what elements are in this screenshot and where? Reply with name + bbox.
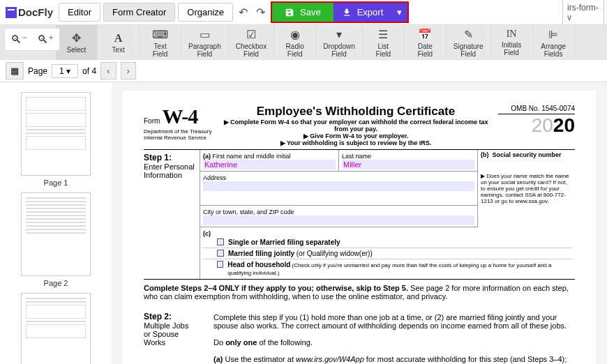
step1-label: Step 1: (144, 153, 172, 162)
step2-a: (a) Use the estimator at www.irs.gov/W4A… (213, 351, 575, 364)
lastname-field[interactable]: Miller (342, 160, 474, 169)
step2-p1: Complete this step if you (1) hold more … (213, 309, 575, 334)
step2-label: Step 2: (144, 312, 172, 321)
logo-icon (6, 7, 17, 18)
chk-hoh[interactable] (217, 261, 223, 268)
page-selector[interactable]: 1 ▾ (52, 64, 78, 78)
thumbnail-1[interactable] (21, 92, 91, 176)
tool-initials-field[interactable]: INInitials Field (491, 25, 533, 60)
doc-title: Employee's Withholding Certificate (222, 105, 490, 119)
thumbnail-2[interactable] (21, 192, 91, 276)
document-page: Form W-4 Department of the Treasury Inte… (123, 91, 596, 364)
list-icon: ☰ (378, 28, 388, 41)
tool-list-field[interactable]: ☰List Field (363, 25, 405, 60)
date-icon: 📅 (418, 28, 432, 41)
logo: DocFly (3, 6, 56, 18)
firstname-field[interactable]: Katherine (203, 160, 336, 169)
ssn-label: (b) Social security number (477, 150, 575, 172)
step1-desc: Enter Personal Information (144, 162, 195, 179)
tool-dropdown-field[interactable]: ▾Dropdown Field (316, 25, 363, 60)
document-canvas[interactable]: Form W-4 Department of the Treasury Inte… (112, 82, 607, 364)
zoom-out-button[interactable]: 🔍︎⁻ (8, 31, 30, 47)
tab-organize[interactable]: Organize (178, 3, 233, 22)
form-number: W-4 (162, 105, 197, 128)
tool-radio-field[interactable]: ◉Radio Field (274, 25, 316, 60)
zoom-controls: 🔍︎⁻ 🔍︎⁺ (4, 28, 60, 51)
form-label: Form (144, 117, 160, 125)
prev-page-button[interactable]: ‹ (100, 62, 116, 79)
initials-icon: IN (507, 29, 517, 40)
tab-editor[interactable]: Editor (59, 3, 100, 22)
tool-date-field[interactable]: 📅Date Field (405, 25, 447, 60)
action-highlight: Save Export ▾ (271, 1, 409, 23)
undo-button[interactable]: ↶ (236, 6, 250, 19)
textfield-icon: ⌨ (152, 28, 168, 41)
save-icon (285, 8, 294, 17)
step2-p2: Do only one of the following. (213, 334, 575, 351)
export-caret[interactable]: ▾ (391, 3, 407, 22)
page-of: of 4 (82, 66, 96, 76)
doc-sub3: ▶ Your withholding is subject to review … (222, 139, 490, 146)
redo-button[interactable]: ↷ (253, 6, 268, 19)
dept-line2: Internal Revenue Service (144, 135, 213, 141)
tool-signature-field[interactable]: ✎Signature Field (447, 25, 491, 60)
complete-steps-text: Complete Steps 2–4 ONLY if they apply to… (144, 280, 575, 305)
radio-icon: ◉ (290, 28, 300, 41)
thumbnail-2-label: Page 2 (0, 279, 112, 287)
export-button[interactable]: Export (334, 3, 392, 22)
zoom-in-button[interactable]: 🔍︎⁺ (34, 31, 57, 47)
save-button[interactable]: Save (272, 3, 334, 22)
arrange-icon: ⊫ (548, 28, 558, 41)
download-icon (342, 8, 352, 17)
doc-sub1: ▶ Complete Form W-4 so that your employe… (222, 119, 490, 132)
dept-line1: Department of the Treasury (144, 128, 213, 135)
omb-number: OMB No. 1545-0074 (498, 105, 575, 114)
doc-sub2: ▶ Give Form W-4 to your employer. (222, 132, 490, 139)
signature-icon: ✎ (464, 28, 473, 41)
tab-form-creator[interactable]: Form Creator (103, 3, 175, 22)
paragraph-icon: ▭ (200, 28, 210, 41)
tool-text[interactable]: AText (98, 25, 140, 60)
toolbar: ✥Select AText ⌨Text Field ▭Paragraph Fie… (0, 25, 607, 60)
thumbnail-1-label: Page 1 (0, 179, 112, 187)
address-field[interactable] (203, 181, 474, 191)
ssn-help: ▶ Does your name match the name on your … (477, 172, 575, 206)
tool-text-field[interactable]: ⌨Text Field (140, 25, 181, 60)
page-label: Page (28, 66, 47, 76)
thumbnail-3[interactable] (21, 293, 91, 364)
next-page-button[interactable]: › (121, 62, 136, 79)
grid-view-button[interactable]: ▦ (6, 62, 24, 79)
checkbox-icon: ☑ (246, 28, 256, 41)
dropdown-icon: ▾ (336, 28, 342, 41)
chk-single[interactable] (217, 238, 224, 245)
thumbnail-panel: Page 1 Page 2 Page 3 (0, 82, 112, 364)
tool-arrange-fields[interactable]: ⊫Arrange Fields (533, 25, 575, 60)
form-year: 2020 (498, 114, 575, 137)
tool-checkbox-field[interactable]: ☑Checkbox Field (229, 25, 274, 60)
move-icon: ✥ (72, 31, 81, 45)
tool-paragraph-field[interactable]: ▭Paragraph Field (181, 25, 229, 60)
chk-married[interactable] (217, 250, 224, 257)
filename-input[interactable]: irs-form-v (562, 0, 604, 26)
text-icon: A (114, 32, 123, 45)
city-field[interactable] (203, 215, 474, 225)
step2-desc: Multiple Jobs or Spouse Works (144, 321, 188, 347)
tool-select[interactable]: ✥Select (56, 25, 98, 60)
